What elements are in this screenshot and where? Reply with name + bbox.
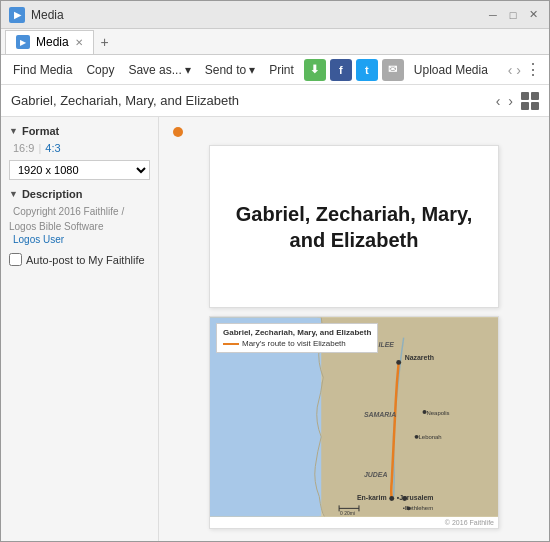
- print-button[interactable]: Print: [265, 61, 298, 79]
- close-button[interactable]: ✕: [525, 7, 541, 23]
- main-area: ▼ Format 16:9 | 4:3 1920 x 1080 ▼ Descri…: [1, 117, 549, 542]
- slide-text: Gabriel, Zechariah, Mary, and Elizabeth: [209, 145, 499, 308]
- orange-dot-indicator: [173, 127, 183, 137]
- window-controls: ─ □ ✕: [485, 7, 541, 23]
- format-16-9-button[interactable]: 16:9: [13, 142, 34, 154]
- autopost-label: Auto-post to My Faithlife: [26, 254, 145, 266]
- description-link[interactable]: Logos User: [9, 234, 150, 245]
- toolbar: Find Media Copy Save as... ▾ Send to ▾ P…: [1, 55, 549, 85]
- grid-cell-3: [521, 102, 529, 110]
- autopost-row: Auto-post to My Faithlife: [9, 253, 150, 266]
- legend-route-label: Mary's route to visit Elizabeth: [242, 339, 346, 348]
- svg-text:0  20mi: 0 20mi: [340, 511, 355, 516]
- svg-point-3: [389, 496, 394, 501]
- legend-line-icon: [223, 343, 239, 345]
- header-back-arrow[interactable]: ‹: [496, 93, 501, 109]
- resolution-select[interactable]: 1920 x 1080: [9, 160, 150, 180]
- save-as-label: Save as...: [128, 63, 181, 77]
- grid-view-button[interactable]: [521, 92, 539, 110]
- map-container: GALILEE Nazareth SAMARIA Neapolis Lebona…: [210, 317, 498, 517]
- svg-text:Nazareth: Nazareth: [405, 354, 434, 361]
- autopost-checkbox[interactable]: [9, 253, 22, 266]
- legend-title: Gabriel, Zechariah, Mary, and Elizabeth: [223, 328, 371, 337]
- tab-close-icon[interactable]: ✕: [75, 37, 83, 48]
- toolbar-forward-arrow[interactable]: ›: [516, 62, 521, 78]
- format-label: Format: [22, 125, 59, 137]
- svg-text:En-karim: En-karim: [357, 494, 387, 501]
- save-as-button[interactable]: Save as... ▾: [124, 61, 194, 79]
- format-section-header[interactable]: ▼ Format: [9, 125, 150, 137]
- copy-button[interactable]: Copy: [82, 61, 118, 79]
- grid-cell-2: [531, 92, 539, 100]
- header-forward-arrow[interactable]: ›: [508, 93, 513, 109]
- format-4-3-button[interactable]: 4:3: [45, 142, 60, 154]
- send-to-label: Send to: [205, 63, 246, 77]
- map-copyright: © 2016 Faithlife: [210, 517, 498, 528]
- app-icon: ▶: [9, 7, 25, 23]
- tab-media-label: Media: [36, 35, 69, 49]
- email-button[interactable]: ✉: [382, 59, 404, 81]
- svg-text:JUDEA: JUDEA: [364, 471, 388, 478]
- facebook-button[interactable]: f: [330, 59, 352, 81]
- header-strip: Gabriel, Zechariah, Mary, and Elizabeth …: [1, 85, 549, 117]
- description-section-header[interactable]: ▼ Description: [9, 188, 150, 200]
- upload-media-button[interactable]: Upload Media: [410, 61, 492, 79]
- twitter-button[interactable]: t: [356, 59, 378, 81]
- toolbar-right: ‹ › ⋮: [508, 60, 541, 79]
- download-button[interactable]: ⬇: [304, 59, 326, 81]
- minimize-button[interactable]: ─: [485, 7, 501, 23]
- tab-bar: ▶ Media ✕ +: [1, 29, 549, 55]
- grid-cell-4: [531, 102, 539, 110]
- window-title: Media: [31, 8, 64, 22]
- description-label: Description: [22, 188, 83, 200]
- send-to-arrow: ▾: [249, 63, 255, 77]
- format-options: 16:9 | 4:3: [9, 142, 150, 154]
- header-right: ‹ ›: [496, 92, 539, 110]
- svg-point-2: [396, 360, 401, 365]
- map-legend: Gabriel, Zechariah, Mary, and Elizabeth …: [216, 323, 378, 353]
- page-title: Gabriel, Zechariah, Mary, and Elizabeth: [11, 93, 239, 108]
- send-to-button[interactable]: Send to ▾: [201, 61, 259, 79]
- slide-map: GALILEE Nazareth SAMARIA Neapolis Lebona…: [209, 316, 499, 529]
- legend-row: Mary's route to visit Elizabeth: [223, 339, 371, 348]
- tab-media-icon: ▶: [16, 35, 30, 49]
- grid-cell-1: [521, 92, 529, 100]
- sidebar: ▼ Format 16:9 | 4:3 1920 x 1080 ▼ Descri…: [1, 117, 159, 542]
- format-triangle-icon: ▼: [9, 126, 18, 136]
- slide-text-content: Gabriel, Zechariah, Mary, and Elizabeth: [210, 191, 498, 263]
- toolbar-back-arrow[interactable]: ‹: [508, 62, 513, 78]
- format-divider: |: [38, 142, 41, 154]
- description-triangle-icon: ▼: [9, 189, 18, 199]
- save-as-arrow: ▾: [185, 63, 191, 77]
- more-options-button[interactable]: ⋮: [525, 60, 541, 79]
- social-buttons: ⬇ f t ✉: [304, 59, 404, 81]
- svg-text:Neapolis: Neapolis: [426, 410, 449, 416]
- title-bar-left: ▶ Media: [9, 7, 64, 23]
- tab-media[interactable]: ▶ Media ✕: [5, 30, 94, 54]
- preview-area: Gabriel, Zechariah, Mary, and Elizabeth: [159, 117, 549, 542]
- svg-text:Lebonah: Lebonah: [419, 434, 442, 440]
- tab-add-button[interactable]: +: [94, 31, 116, 53]
- maximize-button[interactable]: □: [505, 7, 521, 23]
- title-bar: ▶ Media ─ □ ✕: [1, 1, 549, 29]
- svg-text:•Jerusalem: •Jerusalem: [397, 494, 434, 501]
- svg-text:SAMARIA: SAMARIA: [364, 411, 396, 418]
- svg-text:•Bethlehem: •Bethlehem: [403, 505, 434, 511]
- description-text: Copyright 2016 Faithlife / Logos Bible S…: [9, 206, 124, 232]
- find-media-button[interactable]: Find Media: [9, 61, 76, 79]
